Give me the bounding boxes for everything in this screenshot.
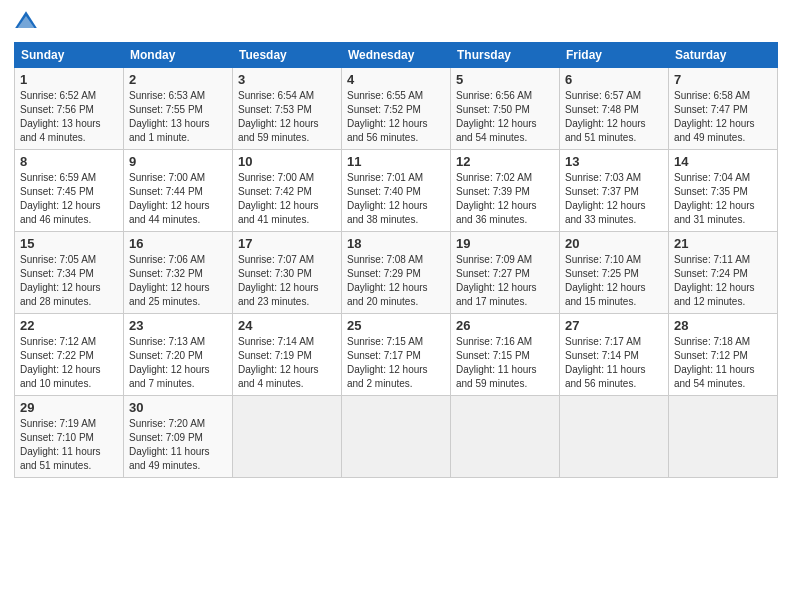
day-cell [451,396,560,478]
day-info-line: and 44 minutes. [129,213,227,227]
day-number: 30 [129,400,227,415]
day-info-line: and 36 minutes. [456,213,554,227]
day-cell: 3Sunrise: 6:54 AMSunset: 7:53 PMDaylight… [233,68,342,150]
day-cell [560,396,669,478]
day-info: Sunrise: 7:19 AMSunset: 7:10 PMDaylight:… [20,417,118,473]
day-info: Sunrise: 7:10 AMSunset: 7:25 PMDaylight:… [565,253,663,309]
day-cell: 6Sunrise: 6:57 AMSunset: 7:48 PMDaylight… [560,68,669,150]
day-cell [669,396,778,478]
day-info-line: Sunrise: 7:10 AM [565,253,663,267]
day-number: 13 [565,154,663,169]
day-info-line: Daylight: 11 hours [20,445,118,459]
day-cell: 29Sunrise: 7:19 AMSunset: 7:10 PMDayligh… [15,396,124,478]
day-cell: 24Sunrise: 7:14 AMSunset: 7:19 PMDayligh… [233,314,342,396]
day-info-line: and 25 minutes. [129,295,227,309]
day-info-line: Sunrise: 7:03 AM [565,171,663,185]
day-cell: 9Sunrise: 7:00 AMSunset: 7:44 PMDaylight… [124,150,233,232]
day-info-line: Sunset: 7:45 PM [20,185,118,199]
day-info-line: Sunset: 7:35 PM [674,185,772,199]
day-info-line: and 15 minutes. [565,295,663,309]
day-cell: 8Sunrise: 6:59 AMSunset: 7:45 PMDaylight… [15,150,124,232]
logo-icon [14,10,38,34]
logo [14,10,40,34]
day-info-line: Daylight: 12 hours [456,117,554,131]
day-info-line: Sunset: 7:44 PM [129,185,227,199]
day-info-line: Daylight: 12 hours [347,199,445,213]
day-info: Sunrise: 7:20 AMSunset: 7:09 PMDaylight:… [129,417,227,473]
day-info-line: and 1 minute. [129,131,227,145]
day-info-line: Sunset: 7:27 PM [456,267,554,281]
header-day-sunday: Sunday [15,43,124,68]
day-number: 25 [347,318,445,333]
day-info-line: Daylight: 11 hours [674,363,772,377]
header-row: SundayMondayTuesdayWednesdayThursdayFrid… [15,43,778,68]
day-info-line: and 38 minutes. [347,213,445,227]
day-info-line: Sunset: 7:17 PM [347,349,445,363]
day-number: 16 [129,236,227,251]
day-info-line: Daylight: 12 hours [238,281,336,295]
day-info: Sunrise: 6:53 AMSunset: 7:55 PMDaylight:… [129,89,227,145]
day-info-line: Sunrise: 7:12 AM [20,335,118,349]
day-info-line: Sunset: 7:29 PM [347,267,445,281]
day-cell: 22Sunrise: 7:12 AMSunset: 7:22 PMDayligh… [15,314,124,396]
day-number: 20 [565,236,663,251]
day-info-line: Sunset: 7:42 PM [238,185,336,199]
day-info-line: Sunset: 7:25 PM [565,267,663,281]
day-cell: 15Sunrise: 7:05 AMSunset: 7:34 PMDayligh… [15,232,124,314]
day-info-line: Sunrise: 7:01 AM [347,171,445,185]
day-number: 26 [456,318,554,333]
day-info-line: Sunset: 7:14 PM [565,349,663,363]
day-number: 1 [20,72,118,87]
day-info-line: and 41 minutes. [238,213,336,227]
day-info-line: Daylight: 12 hours [347,117,445,131]
day-info-line: Sunset: 7:40 PM [347,185,445,199]
day-info: Sunrise: 7:16 AMSunset: 7:15 PMDaylight:… [456,335,554,391]
day-info: Sunrise: 7:04 AMSunset: 7:35 PMDaylight:… [674,171,772,227]
day-info-line: Sunrise: 7:02 AM [456,171,554,185]
day-info-line: and 17 minutes. [456,295,554,309]
day-info-line: Daylight: 12 hours [129,281,227,295]
day-info-line: and 4 minutes. [238,377,336,391]
day-info-line: Sunrise: 6:54 AM [238,89,336,103]
day-info: Sunrise: 7:18 AMSunset: 7:12 PMDaylight:… [674,335,772,391]
calendar-body: 1Sunrise: 6:52 AMSunset: 7:56 PMDaylight… [15,68,778,478]
day-info-line: Sunrise: 7:19 AM [20,417,118,431]
day-info-line: Sunset: 7:47 PM [674,103,772,117]
header-day-tuesday: Tuesday [233,43,342,68]
day-info: Sunrise: 6:54 AMSunset: 7:53 PMDaylight:… [238,89,336,145]
day-info-line: Sunrise: 6:57 AM [565,89,663,103]
day-number: 5 [456,72,554,87]
day-number: 18 [347,236,445,251]
day-info-line: Daylight: 11 hours [129,445,227,459]
day-number: 14 [674,154,772,169]
day-info-line: Sunrise: 7:11 AM [674,253,772,267]
day-info-line: Daylight: 12 hours [674,117,772,131]
day-info-line: Sunset: 7:12 PM [674,349,772,363]
day-number: 10 [238,154,336,169]
day-info-line: and 7 minutes. [129,377,227,391]
header-day-monday: Monday [124,43,233,68]
day-info-line: Sunrise: 7:04 AM [674,171,772,185]
day-info-line: Daylight: 12 hours [565,117,663,131]
day-info-line: Sunrise: 6:58 AM [674,89,772,103]
day-info-line: and 56 minutes. [347,131,445,145]
day-info: Sunrise: 7:11 AMSunset: 7:24 PMDaylight:… [674,253,772,309]
day-info-line: Sunset: 7:52 PM [347,103,445,117]
day-number: 7 [674,72,772,87]
day-info-line: and 28 minutes. [20,295,118,309]
calendar-table: SundayMondayTuesdayWednesdayThursdayFrid… [14,42,778,478]
day-info-line: Daylight: 12 hours [347,363,445,377]
day-info-line: Sunset: 7:19 PM [238,349,336,363]
day-info-line: Daylight: 12 hours [20,281,118,295]
calendar-header: SundayMondayTuesdayWednesdayThursdayFrid… [15,43,778,68]
week-row-5: 29Sunrise: 7:19 AMSunset: 7:10 PMDayligh… [15,396,778,478]
day-number: 4 [347,72,445,87]
day-info-line: Daylight: 12 hours [238,199,336,213]
day-cell: 18Sunrise: 7:08 AMSunset: 7:29 PMDayligh… [342,232,451,314]
day-cell: 30Sunrise: 7:20 AMSunset: 7:09 PMDayligh… [124,396,233,478]
day-info-line: Sunset: 7:22 PM [20,349,118,363]
day-cell: 23Sunrise: 7:13 AMSunset: 7:20 PMDayligh… [124,314,233,396]
week-row-2: 8Sunrise: 6:59 AMSunset: 7:45 PMDaylight… [15,150,778,232]
day-cell: 14Sunrise: 7:04 AMSunset: 7:35 PMDayligh… [669,150,778,232]
day-info: Sunrise: 7:00 AMSunset: 7:44 PMDaylight:… [129,171,227,227]
